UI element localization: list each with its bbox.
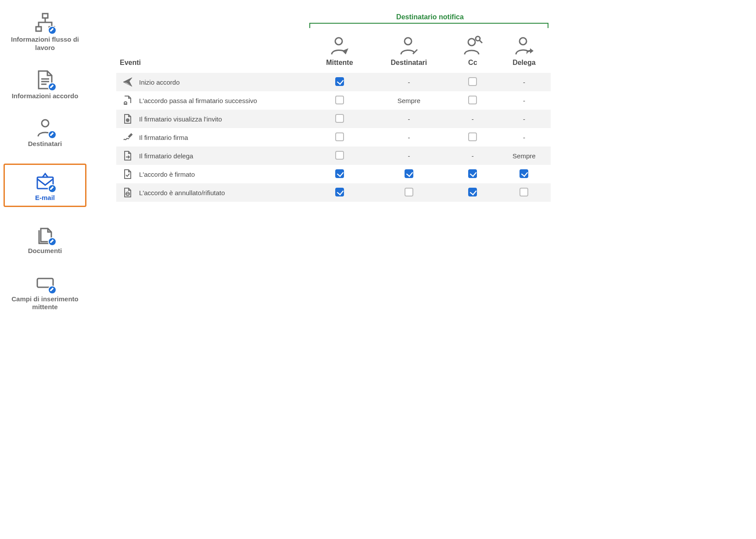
checkbox-agreement-signed-delegate[interactable] [520, 169, 528, 178]
cell-delegate: Sempre [498, 146, 551, 165]
event-cell: Inizio accordo [116, 73, 309, 91]
checkbox-agreement-cancelled-sender[interactable] [335, 188, 344, 196]
sidebar-item-recipients[interactable]: Destinatari [4, 115, 86, 148]
table-row: Il firmatario visualizza l'invito - - - [116, 110, 551, 128]
event-cell: Il firmatario visualizza l'invito [116, 110, 309, 128]
events-table-body: Inizio accordo - - L'accordo passa al fi… [116, 73, 551, 202]
event-cell: L'accordo è annullato/rifiutato [116, 183, 309, 202]
agreement-start-icon [122, 77, 133, 87]
event-cell: L'accordo passa al firmatario successivo [116, 91, 309, 110]
dash: - [408, 79, 410, 86]
checkbox-agreement-signed-sender[interactable] [335, 169, 344, 178]
sidebar-item-workflow-info[interactable]: Informazioni flusso di lavoro [4, 11, 86, 52]
dash: - [472, 152, 474, 160]
table-row: Il firmatario firma - - [116, 128, 551, 146]
edit-badge-icon [48, 184, 57, 193]
cell-recipients: - [370, 128, 448, 146]
column-header-events-label: Eventi [120, 59, 141, 66]
dash: - [523, 115, 525, 123]
edit-badge-icon [48, 26, 57, 35]
cell-delegate [498, 183, 551, 202]
user-icon [33, 115, 57, 140]
sender-icon [329, 35, 350, 56]
always-label: Sempre [398, 97, 421, 104]
checkbox-next-signer-cc[interactable] [468, 96, 477, 104]
column-header-recipients-label: Destinatari [391, 59, 427, 67]
input-field-icon [33, 271, 57, 295]
column-header-cc-label: Cc [468, 59, 477, 67]
cell-sender [309, 128, 370, 146]
sidebar-item-label: Informazioni accordo [12, 92, 79, 100]
event-label: L'accordo passa al firmatario successivo [139, 97, 257, 104]
sidebar-item-agreement-info[interactable]: Informazioni accordo [4, 68, 86, 100]
signer-delegates-icon [122, 150, 133, 161]
sidebar-item-label: Documenti [28, 247, 62, 255]
cell-delegate: - [498, 110, 551, 128]
column-header-events: Eventi [116, 31, 309, 73]
sidebar-item-sender-input-fields[interactable]: Campi di inserimento mittente [4, 271, 86, 312]
table-row: Inizio accordo - - [116, 73, 551, 91]
event-label: L'accordo è annullato/rifiutato [139, 189, 225, 196]
checkbox-agreement-signed-recipients[interactable] [405, 169, 413, 178]
cc-icon [462, 35, 483, 56]
recipient-group-label: Destinatario notifica [309, 13, 551, 21]
cell-cc [448, 128, 498, 146]
workflow-icon [33, 11, 57, 36]
cell-sender [309, 73, 370, 91]
checkbox-signer-delegates-sender[interactable] [335, 151, 344, 160]
edit-badge-icon [48, 237, 57, 246]
sidebar-item-label: Campi di inserimento mittente [8, 295, 82, 312]
cell-sender [309, 183, 370, 202]
dash: - [523, 97, 525, 104]
agreement-signed-icon [122, 169, 133, 179]
column-header-recipients: Destinatari [370, 31, 448, 73]
cell-recipients: - [370, 73, 448, 91]
sidebar-item-email[interactable]: E-mail [4, 164, 86, 207]
event-cell: Il firmatario delega [116, 146, 309, 165]
sidebar-item-label: E-mail [35, 194, 55, 202]
column-header-delegate: Delega [498, 31, 551, 73]
sidebar-item-documents[interactable]: Documenti [4, 222, 86, 255]
next-signer-icon [122, 95, 133, 106]
email-icon [33, 169, 57, 194]
checkbox-agreement-start-cc[interactable] [468, 77, 477, 86]
edit-badge-icon [48, 82, 57, 91]
cell-sender [309, 91, 370, 110]
cell-cc: - [448, 146, 498, 165]
event-label: Il firmatario visualizza l'invito [139, 115, 222, 123]
checkbox-signer-signs-cc[interactable] [468, 132, 477, 141]
table-row: L'accordo è annullato/rifiutato [116, 183, 551, 202]
cell-cc [448, 91, 498, 110]
document-icon [33, 68, 57, 92]
dash: - [408, 152, 410, 160]
dash: - [408, 115, 410, 123]
checkbox-agreement-cancelled-delegate[interactable] [520, 188, 528, 196]
table-row: Il firmatario delega - - Sempre [116, 146, 551, 165]
column-header-delegate-label: Delega [512, 59, 535, 67]
checkbox-agreement-cancelled-recipients[interactable] [405, 188, 413, 196]
column-header-sender: Mittente [309, 31, 370, 73]
cell-recipients [370, 183, 448, 202]
recipient-group-bracket [309, 23, 548, 28]
delegate-icon [513, 35, 534, 56]
cell-recipients: - [370, 146, 448, 165]
checkbox-signer-views-sender[interactable] [335, 114, 344, 123]
cell-cc: - [448, 110, 498, 128]
events-table: Eventi Mittente Destinatari [116, 31, 551, 202]
checkbox-signer-signs-sender[interactable] [335, 132, 344, 141]
checkbox-agreement-signed-cc[interactable] [468, 169, 477, 178]
cell-recipients [370, 165, 448, 183]
checkbox-agreement-start-sender[interactable] [335, 77, 344, 86]
edit-badge-icon [48, 130, 57, 139]
documents-icon [33, 222, 57, 247]
checkbox-next-signer-sender[interactable] [335, 96, 344, 104]
cell-delegate: - [498, 128, 551, 146]
cell-delegate [498, 165, 551, 183]
cell-recipients: Sempre [370, 91, 448, 110]
dash: - [523, 134, 525, 141]
dash: - [523, 79, 525, 86]
always-label: Sempre [512, 152, 536, 160]
cell-cc [448, 183, 498, 202]
checkbox-agreement-cancelled-cc[interactable] [468, 188, 477, 196]
column-header-sender-label: Mittente [326, 59, 353, 67]
